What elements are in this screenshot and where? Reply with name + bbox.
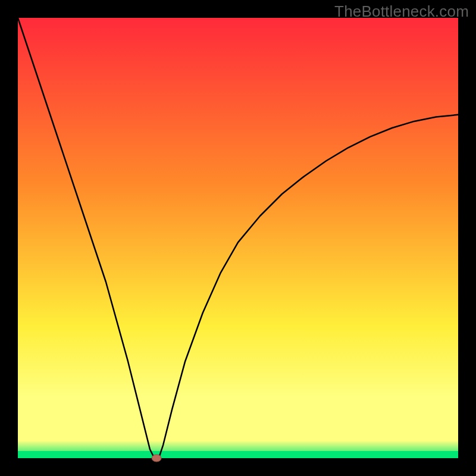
bottleneck-chart — [0, 0, 476, 476]
optimal-marker — [152, 455, 161, 462]
watermark-text: TheBottleneck.com — [334, 2, 469, 21]
plot-background — [18, 18, 458, 458]
green-baseline — [18, 451, 458, 458]
chart-frame: { "watermark": "TheBottleneck.com", "col… — [0, 0, 476, 476]
